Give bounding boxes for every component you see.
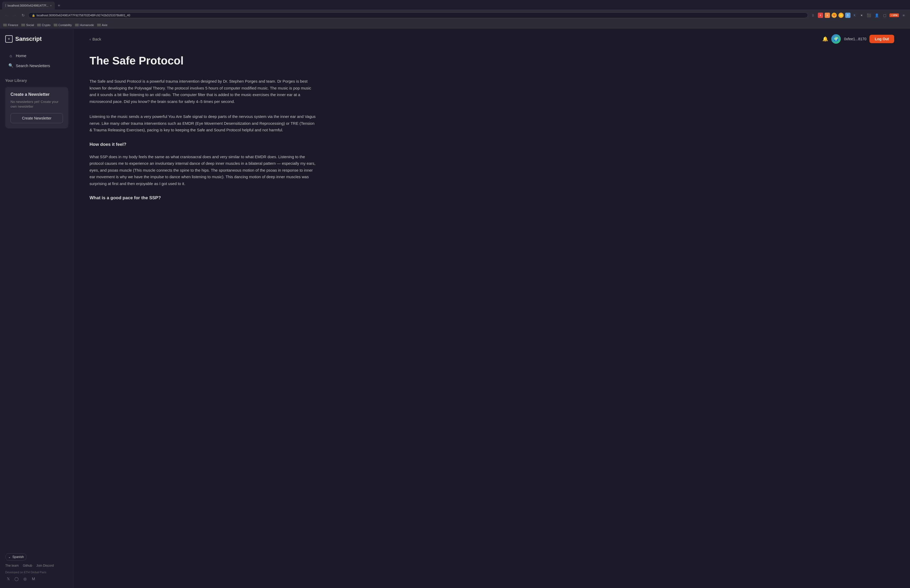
browser-toolbar: ← → ↻ 🔒 localhost:3000/0x624981477F92758… bbox=[0, 10, 910, 21]
tab-close-button[interactable]: × bbox=[50, 4, 52, 7]
lock-icon: 🔒 bbox=[32, 14, 35, 17]
article-title: The Safe Protocol bbox=[89, 54, 316, 67]
bookmark-contability[interactable]: Contability bbox=[54, 23, 72, 27]
language-label: Spanish bbox=[12, 555, 24, 559]
bookmark-crypto[interactable]: Crypto bbox=[37, 23, 50, 27]
logo: + Sanscript bbox=[5, 35, 68, 43]
app-container: + Sanscript ⌂ Home 🔍 Search Newsletters … bbox=[0, 29, 910, 588]
search-icon: 🔍 bbox=[8, 63, 13, 68]
chevron-down-icon: ⌄ bbox=[8, 555, 11, 559]
mirror-icon[interactable]: M bbox=[31, 576, 36, 582]
footer-links: The team Github Join Discord bbox=[5, 564, 68, 567]
bookmark-folder-icon bbox=[75, 24, 79, 26]
nav-home[interactable]: ⌂ Home bbox=[5, 51, 68, 60]
footer-team-link[interactable]: The team bbox=[5, 564, 19, 567]
library-title: Your Library bbox=[5, 78, 68, 82]
ext-fox-icon[interactable]: 🦊 bbox=[832, 13, 837, 18]
article-paragraph-2: Listening to the music sends a very powe… bbox=[89, 113, 316, 133]
language-selector[interactable]: ⌄ Spanish bbox=[5, 553, 27, 561]
extensions-icon[interactable]: ⬛ bbox=[866, 12, 872, 18]
tab-favicon bbox=[5, 4, 6, 7]
bookmark-crypto-label: Crypto bbox=[42, 23, 50, 27]
home-icon: ⌂ bbox=[8, 53, 13, 58]
avatar: 🌍 bbox=[831, 34, 841, 44]
bookmark-contability-label: Contability bbox=[58, 23, 72, 27]
menu-button[interactable]: ≡ bbox=[900, 12, 907, 18]
logout-button[interactable]: Log Out bbox=[870, 35, 894, 43]
bookmark-humanode-label: Humanode bbox=[80, 23, 94, 27]
bookmark-axie[interactable]: Axie bbox=[97, 23, 107, 27]
ext-b-icon[interactable]: B bbox=[845, 13, 850, 18]
article-paragraph-3: What SSP does in my body feels the same … bbox=[89, 153, 316, 187]
back-arrow-icon: ‹ bbox=[89, 37, 91, 41]
main-nav: ⌂ Home 🔍 Search Newsletters bbox=[5, 51, 68, 70]
bookmark-folder-icon bbox=[3, 24, 7, 26]
new-tab-button[interactable]: + bbox=[56, 2, 62, 9]
bookmark-folder-icon bbox=[54, 24, 57, 26]
bookmark-social[interactable]: Social bbox=[21, 23, 34, 27]
logo-icon: + bbox=[5, 35, 13, 43]
developed-text: Developed on ETH Global Paris bbox=[5, 571, 68, 574]
address-text: localhost:3000/0x624981477F92758702D4BFc… bbox=[37, 14, 130, 17]
ext-x-icon[interactable]: ✕ bbox=[859, 13, 864, 18]
github-social-icon[interactable]: ◯ bbox=[14, 576, 19, 582]
library-section: Your Library Create a Newsletter No news… bbox=[5, 78, 68, 549]
twitter-icon[interactable]: 𝕏 bbox=[5, 576, 11, 582]
nav-search-label: Search Newsletters bbox=[16, 63, 50, 68]
social-icons: 𝕏 ◯ ◎ M bbox=[5, 576, 68, 582]
ext-coin-icon[interactable]: 🪙 bbox=[838, 13, 844, 18]
user-address: 0xfee1...8170 bbox=[844, 37, 866, 41]
address-bar[interactable]: 🔒 localhost:3000/0x624981477F92758702D4B… bbox=[28, 12, 808, 18]
browser-tabs: localhost:3000/0x624981477F... × + bbox=[0, 0, 910, 10]
bell-icon[interactable]: 🔔 bbox=[822, 36, 828, 42]
ext-badge-orange: 4 bbox=[825, 13, 830, 18]
forward-nav-button[interactable]: → bbox=[11, 12, 18, 18]
main-content: ‹ Back 🔔 🌍 0xfee1...8170 Log Out The Saf… bbox=[74, 29, 910, 588]
article-body: The Safe Protocol The Safe and Sound Pro… bbox=[89, 54, 316, 200]
back-button[interactable]: ‹ Back bbox=[89, 37, 101, 41]
bookmark-finance-label: Finance bbox=[8, 23, 18, 27]
bookmark-folder-icon bbox=[37, 24, 41, 26]
article-paragraph-1: The Safe and Sound Protocol is a powerfu… bbox=[89, 78, 316, 105]
ext-k-icon[interactable]: K bbox=[852, 13, 857, 18]
bookmark-folder-icon bbox=[21, 24, 25, 26]
discourse-icon[interactable]: ◎ bbox=[22, 576, 28, 582]
active-tab[interactable]: localhost:3000/0x624981477F... × bbox=[2, 2, 55, 10]
nav-home-label: Home bbox=[16, 53, 26, 58]
article-heading-1: How does it feel? bbox=[89, 142, 316, 147]
browser-chrome: localhost:3000/0x624981477F... × + ← → ↻… bbox=[0, 0, 910, 29]
notifications-wrapper: 🔔 bbox=[822, 36, 828, 42]
footer-github-link[interactable]: Github bbox=[23, 564, 32, 567]
nav-search[interactable]: 🔍 Search Newsletters bbox=[5, 61, 68, 70]
back-nav-button[interactable]: ← bbox=[3, 12, 10, 18]
reload-button[interactable]: ↻ bbox=[20, 12, 26, 18]
bookmark-social-label: Social bbox=[26, 23, 34, 27]
article-heading-2: What is a good pace for the SSP? bbox=[89, 195, 316, 200]
ext-badge-red: 4 bbox=[818, 13, 823, 18]
card-subtitle: No newsletters yet! Create your own news… bbox=[11, 100, 63, 109]
sidebar: + Sanscript ⌂ Home 🔍 Search Newsletters … bbox=[0, 29, 74, 588]
card-title: Create a Newsletter bbox=[11, 92, 63, 97]
bookmarks-bar: Finance Social Crypto Contability Humano… bbox=[0, 21, 910, 29]
profile-icon[interactable]: 👤 bbox=[874, 12, 880, 18]
bookmark-folder-icon bbox=[97, 24, 101, 26]
top-bar: ‹ Back 🔔 🌍 0xfee1...8170 Log Out bbox=[89, 29, 894, 49]
sidebar-footer: ⌄ Spanish The team Github Join Discord D… bbox=[5, 549, 68, 582]
create-newsletter-card: Create a Newsletter No newsletters yet! … bbox=[5, 87, 68, 128]
app-name: Sanscript bbox=[15, 36, 42, 42]
bookmark-humanode[interactable]: Humanode bbox=[75, 23, 94, 27]
user-area: 🔔 🌍 0xfee1...8170 Log Out bbox=[822, 34, 894, 44]
back-label: Back bbox=[92, 37, 101, 41]
footer-discord-link[interactable]: Join Discord bbox=[36, 564, 54, 567]
screenshot-icon[interactable]: ▢ bbox=[882, 12, 888, 18]
vpn-badge[interactable]: • VPN bbox=[889, 13, 899, 17]
download-icon[interactable]: ⇩ bbox=[810, 12, 816, 18]
tab-title: localhost:3000/0x624981477F... bbox=[8, 4, 48, 7]
bookmark-finance[interactable]: Finance bbox=[3, 23, 18, 27]
bookmark-axie-label: Axie bbox=[102, 23, 107, 27]
create-newsletter-button[interactable]: Create Newsletter bbox=[11, 113, 63, 123]
browser-actions: ⇩ 4 4 🦊 🪙 B K ✕ ⬛ 👤 ▢ • VPN ≡ bbox=[810, 12, 907, 18]
